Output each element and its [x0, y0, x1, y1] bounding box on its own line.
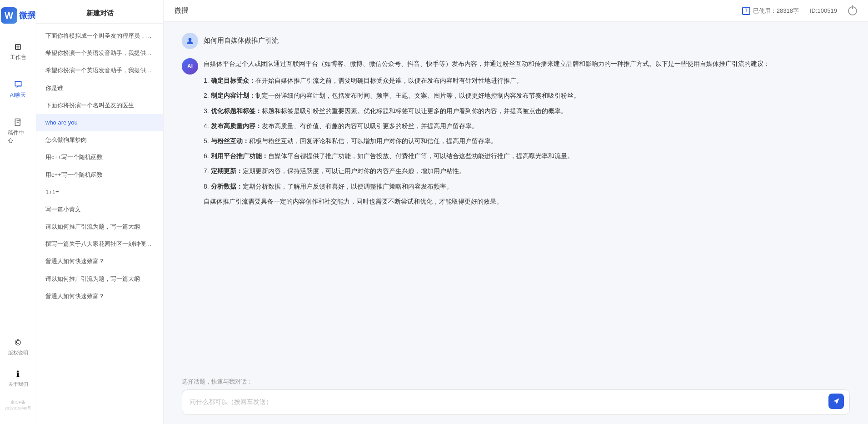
sidebar-item-ai-chat[interactable]: AI聊天	[2, 76, 34, 103]
drafts-label: 稿件中心	[8, 129, 29, 145]
workspace-icon: ⊞	[13, 42, 23, 52]
conversation-item-9[interactable]: 用c++写一个随机函数	[36, 166, 163, 184]
usage-text: 已使用：28318字	[753, 7, 799, 15]
copyright-label: 版权说明	[8, 349, 28, 356]
sidebar-item-drafts[interactable]: 稿件中心	[2, 114, 34, 148]
input-placeholder: 问什么都可以（按回车发送）	[190, 398, 272, 406]
ai-chat-label: AI聊天	[10, 91, 26, 99]
conversation-item-5[interactable]: 下面你将扮演一个名叫圣友的医生	[36, 97, 163, 114]
conversation-item-2[interactable]: 希望你扮演一个英语发音助手，我提供给你...	[36, 45, 163, 62]
quick-topics-label: 选择话题，快速与我对话：	[182, 378, 850, 386]
sidebar-item-workspace[interactable]: ⊞ 工作台	[2, 38, 34, 65]
conversation-item-1[interactable]: 下面你将模拟成一个叫圣友的程序员，我说...	[36, 27, 163, 45]
conversation-item-11[interactable]: 写一篇小黄文	[36, 201, 163, 218]
user-avatar	[182, 33, 198, 49]
conversation-item-7[interactable]: 怎么做狗屎炒肉	[36, 131, 163, 149]
input-box: 问什么都可以（按回车发送）	[182, 389, 850, 415]
ai-message-text: 自媒体平台是个人或团队通过互联网平台（如博客、微博、微信公众号、抖音、快手等）发…	[204, 58, 850, 207]
left-navigation: W 微撰 ⊞ 工作台 AI聊天 稿件中心	[0, 0, 36, 424]
copyright-item[interactable]: © 版权说明	[4, 335, 33, 359]
drafts-icon	[13, 117, 23, 127]
usage-info: T 已使用：28318字	[742, 7, 799, 15]
svg-point-1	[189, 38, 192, 41]
logout-button[interactable]	[848, 6, 857, 15]
main-content: 微撰 T 已使用：28318字 ID:100519 如何用自媒体做推广引流	[164, 0, 868, 424]
copyright-icon: ©	[13, 338, 23, 348]
topbar-right: T 已使用：28318字 ID:100519	[742, 6, 857, 15]
new-chat-button[interactable]: 新建对话	[44, 9, 156, 18]
ai-message-content: 自媒体平台是个人或团队通过互联网平台（如博客、微博、微信公众号、抖音、快手等）发…	[204, 58, 850, 211]
icp-text: 京ICP备2022019348号	[0, 398, 36, 411]
user-message-text: 如何用自媒体做推广引流	[204, 33, 850, 45]
chat-area: 如何用自媒体做推广引流 AI 自媒体平台是个人或团队通过互联网平台（如博客、微博…	[164, 22, 868, 372]
nav-items: ⊞ 工作台 AI聊天 稿件中心	[2, 38, 34, 335]
topbar: 微撰 T 已使用：28318字 ID:100519	[164, 0, 868, 22]
app-name: 微撰	[19, 10, 35, 21]
usage-icon: T	[742, 7, 750, 15]
send-button[interactable]	[828, 394, 844, 409]
sidebar: 新建对话 下面你将模拟成一个叫圣友的程序员，我说...希望你扮演一个英语发音助手…	[36, 0, 164, 424]
about-item[interactable]: ℹ 关于我们	[4, 366, 33, 390]
conversation-item-15[interactable]: 请以如何推广引流为题，写一篇大纲	[36, 270, 163, 288]
conversation-list: 下面你将模拟成一个叫圣友的程序员，我说...希望你扮演一个英语发音助手，我提供给…	[36, 24, 163, 424]
conversation-item-14[interactable]: 普通人如何快速致富？	[36, 253, 163, 270]
about-label: 关于我们	[8, 381, 28, 388]
page-title: 微撰	[175, 6, 188, 15]
logo-icon: W	[1, 7, 17, 24]
about-icon: ℹ	[13, 369, 23, 379]
user-message-row: 如何用自媒体做推广引流	[182, 33, 850, 49]
conversation-item-6[interactable]: who are you	[36, 114, 163, 131]
conversation-item-3[interactable]: 希望你扮演一个英语发音助手，我提供给你...	[36, 62, 163, 79]
user-message-content: 如何用自媒体做推广引流	[204, 33, 850, 45]
conversation-item-4[interactable]: 你是谁	[36, 80, 163, 97]
conversation-item-13[interactable]: 撰写一篇关于八大家花园社区一刻钟便民生...	[36, 235, 163, 253]
id-info: ID:100519	[810, 7, 837, 14]
input-section: 选择话题，快速与我对话： 问什么都可以（按回车发送）	[164, 372, 868, 424]
sidebar-header: 新建对话	[36, 0, 163, 24]
conversation-item-10[interactable]: 1+1=	[36, 184, 163, 201]
ai-avatar: AI	[182, 58, 198, 75]
conversation-item-16[interactable]: 普通人如何快速致富？	[36, 288, 163, 305]
nav-bottom: © 版权说明 ℹ 关于我们 京ICP备2022019348号	[0, 335, 36, 417]
conversation-item-12[interactable]: 请以如何推广引流为题，写一篇大纲	[36, 218, 163, 235]
workspace-label: 工作台	[10, 54, 26, 61]
ai-chat-icon	[13, 80, 23, 90]
conversation-item-8[interactable]: 用c++写一个随机函数	[36, 149, 163, 166]
app-logo: W 微撰	[1, 7, 35, 24]
ai-message-row: AI 自媒体平台是个人或团队通过互联网平台（如博客、微博、微信公众号、抖音、快手…	[182, 58, 850, 211]
